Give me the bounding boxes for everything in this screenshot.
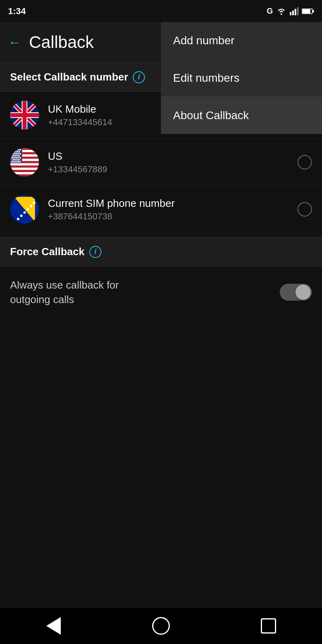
svg-point-54 [15,161,17,163]
svg-point-47 [19,157,21,159]
svg-point-63 [30,205,32,207]
force-callback-header: Force Callback i [0,237,322,266]
svg-point-0 [281,13,282,15]
svg-point-38 [19,153,21,155]
svg-point-60 [20,215,23,217]
flag-us-icon [10,148,39,177]
svg-point-30 [12,151,14,153]
svg-rect-23 [10,172,39,175]
svg-point-48 [12,159,14,161]
force-callback-toggle[interactable] [280,284,312,301]
svg-rect-6 [312,10,314,12]
svg-point-36 [15,153,17,155]
us-info: US +13344567889 [48,150,297,175]
list-item[interactable]: Current SIM phone number +387644150738 [0,186,322,233]
force-callback-title: Force Callback [10,246,85,258]
dropdown-menu: Add number Edit numbers About Callback [161,22,322,134]
svg-point-42 [19,155,20,157]
menu-item-edit-numbers[interactable]: Edit numbers [161,60,322,97]
sim-info: Current SIM phone number +387644150738 [48,197,297,222]
status-icons: G [266,6,314,16]
select-callback-info-icon[interactable]: i [133,71,145,83]
svg-point-65 [14,221,16,223]
nav-home-icon [152,617,170,635]
us-name: US [48,150,297,163]
svg-point-53 [13,161,15,163]
force-callback-label: Always use callback foroutgoing calls [10,278,280,307]
svg-point-27 [15,149,17,151]
svg-point-35 [13,153,15,155]
svg-point-44 [13,157,15,159]
nav-back-button[interactable] [41,614,66,638]
menu-item-add-number[interactable]: Add number [161,22,322,60]
list-item[interactable]: US +13344567889 [0,139,322,186]
sim-name: Current SIM phone number [48,197,297,210]
nav-home-button[interactable] [149,614,173,638]
nav-back-icon [46,617,61,635]
force-callback-info-icon[interactable]: i [89,246,101,258]
nav-recent-button[interactable] [256,614,281,638]
svg-point-51 [19,159,20,161]
status-bar: 1:34 G [0,0,322,22]
svg-point-31 [14,151,16,153]
svg-point-37 [17,153,19,155]
svg-point-26 [13,149,15,151]
svg-rect-1 [290,12,291,15]
svg-point-41 [17,155,18,157]
svg-rect-22 [10,168,39,170]
svg-rect-4 [297,7,299,15]
toggle-knob [295,285,311,300]
force-callback-item: Always use callback foroutgoing calls [0,266,322,318]
battery-icon [302,8,314,14]
sim-radio-button[interactable] [297,202,312,217]
svg-point-29 [19,149,21,151]
svg-point-43 [11,157,13,159]
menu-item-about-callback[interactable]: About Callback [161,97,322,134]
svg-point-40 [14,155,16,157]
svg-point-59 [17,218,19,220]
svg-rect-2 [292,10,294,15]
svg-point-62 [27,208,29,211]
select-callback-title: Select Callback number [10,71,128,83]
svg-point-50 [17,159,18,161]
svg-rect-16 [23,101,27,130]
svg-rect-21 [10,163,39,166]
status-time: 1:34 [8,6,26,17]
svg-point-56 [19,161,21,163]
svg-point-34 [11,153,13,155]
svg-point-32 [17,151,18,153]
flag-ba-icon [10,195,39,224]
nav-bar [0,608,322,644]
svg-point-25 [11,149,13,151]
svg-point-61 [23,211,26,214]
signal-icon [290,7,299,15]
svg-point-28 [17,149,19,151]
sim-number: +387644150738 [48,211,297,222]
us-number: +13344567889 [48,164,297,175]
svg-point-49 [14,159,16,161]
svg-point-39 [12,155,14,157]
svg-rect-3 [295,9,296,15]
svg-point-52 [11,161,13,163]
wifi-icon [276,7,287,15]
page-title: Callback [29,33,94,52]
svg-point-46 [17,157,19,159]
svg-rect-7 [302,9,310,13]
svg-point-66 [36,198,39,201]
svg-point-64 [33,202,35,204]
nav-recent-icon [261,618,276,634]
back-button[interactable]: ← [8,35,21,50]
flag-uk-icon [10,101,39,130]
svg-point-45 [15,157,17,159]
svg-point-55 [17,161,19,163]
network-type-icon: G [266,6,273,16]
us-radio-button[interactable] [297,155,312,169]
svg-point-33 [19,151,20,153]
